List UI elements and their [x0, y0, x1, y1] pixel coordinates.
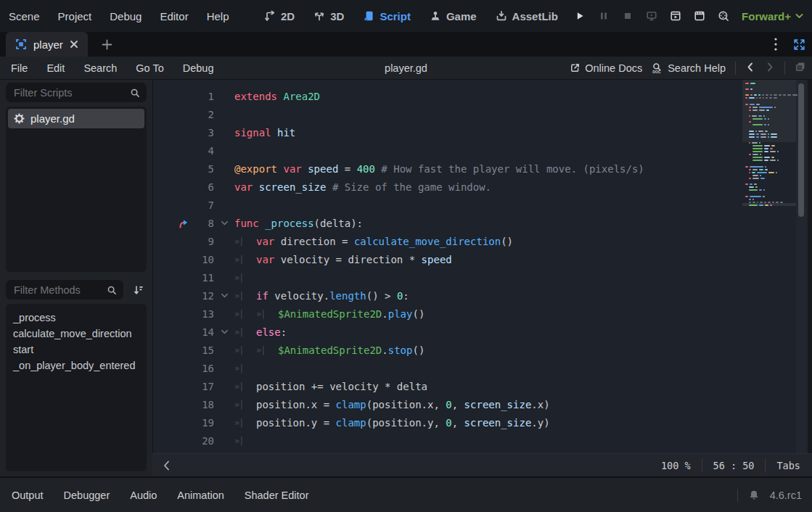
- code-line[interactable]: 11»|: [153, 268, 807, 286]
- code-line[interactable]: 14»|else:: [153, 323, 807, 341]
- code-line[interactable]: 3signal hit: [153, 123, 807, 141]
- history-forward-button[interactable]: [765, 62, 775, 75]
- breakpoint-gutter[interactable]: [153, 218, 194, 229]
- code-minimap[interactable]: [742, 81, 796, 207]
- code-line[interactable]: 9»|var direction = calculate_move_direct…: [153, 232, 807, 250]
- new-scene-tab-button[interactable]: [97, 32, 117, 57]
- online-docs-button[interactable]: Online Docs: [570, 62, 642, 74]
- method-item[interactable]: _on_player_body_entered: [13, 358, 139, 373]
- collapse-sidebar-button[interactable]: [158, 454, 174, 476]
- renderer-selector[interactable]: Forward+: [742, 0, 803, 32]
- bottom-panel-bar: Output Debugger Audio Animation Shader E…: [0, 476, 812, 512]
- code-line[interactable]: 7: [153, 196, 807, 214]
- external-link-icon: [570, 62, 581, 73]
- scene-tab-player[interactable]: player: [6, 32, 88, 57]
- current-script-title: player.gd: [385, 57, 427, 79]
- tab-indent-marker: »|: [234, 309, 256, 319]
- stop-button[interactable]: [621, 9, 634, 22]
- minimap-row: [742, 121, 796, 123]
- history-back-button[interactable]: [745, 62, 755, 75]
- tab-list-menu-button[interactable]: [768, 32, 784, 57]
- notifications-bell-icon[interactable]: [748, 490, 760, 501]
- play-scene-button[interactable]: [669, 9, 682, 22]
- code-line[interactable]: 16»|: [153, 359, 807, 377]
- line-number: 17: [194, 381, 214, 392]
- tab-game[interactable]: Game: [430, 10, 477, 22]
- tab-indent-marker: »|: [234, 345, 256, 355]
- method-item[interactable]: _process: [13, 310, 139, 326]
- code-line[interactable]: 2: [153, 105, 807, 123]
- menu-project[interactable]: Project: [58, 10, 92, 22]
- script-menu-debug[interactable]: Debug: [183, 62, 214, 74]
- script-menu-search[interactable]: Search: [83, 62, 117, 74]
- code-line[interactable]: 20»|: [153, 432, 807, 450]
- menu-debug[interactable]: Debug: [110, 10, 142, 22]
- method-item[interactable]: calculate_move_direction: [13, 326, 139, 342]
- code-line[interactable]: 13»|»|$AnimatedSprite2D.play(): [153, 305, 807, 323]
- script-menu-goto[interactable]: Go To: [136, 62, 163, 74]
- fold-gutter[interactable]: [214, 327, 234, 336]
- menu-scene[interactable]: Scene: [9, 10, 40, 22]
- code-line[interactable]: 4: [153, 141, 807, 160]
- tab-assetlib[interactable]: AssetLib: [496, 10, 558, 22]
- code-line[interactable]: 8func _process(delta):: [153, 214, 807, 232]
- play-custom-scene-button[interactable]: [693, 9, 706, 22]
- minimap-row: [742, 189, 796, 191]
- code-line[interactable]: 5@export var speed = 400 # How fast the …: [153, 160, 807, 178]
- filter-methods-box: [6, 280, 123, 300]
- pause-button[interactable]: [597, 9, 610, 22]
- code-editor[interactable]: 1extends Area2D23signal hit45@export var…: [152, 80, 807, 453]
- fold-chevron-icon[interactable]: [220, 291, 229, 300]
- code-text: »|»|$AnimatedSprite2D.stop(): [234, 344, 807, 356]
- script-menu-edit[interactable]: Edit: [46, 62, 65, 74]
- indent-type[interactable]: Tabs: [776, 460, 800, 471]
- filter-methods-input[interactable]: [12, 284, 107, 297]
- remote-debug-button[interactable]: [645, 9, 658, 22]
- menu-help[interactable]: Help: [207, 10, 229, 22]
- cursor-position[interactable]: 56 : 50: [713, 460, 755, 471]
- code-line[interactable]: 6var screen_size # Size of the game wind…: [153, 178, 807, 196]
- tab-indent-marker: »|: [234, 363, 256, 373]
- bottom-tab-shader-editor[interactable]: Shader Editor: [245, 490, 309, 501]
- code-line[interactable]: 17»|position += velocity * delta: [153, 377, 807, 395]
- bottom-tab-animation[interactable]: Animation: [177, 490, 223, 501]
- filter-scripts-input[interactable]: [12, 86, 130, 99]
- fold-gutter[interactable]: [214, 291, 234, 300]
- movie-maker-button[interactable]: [717, 9, 730, 22]
- tab-3d[interactable]: 3D: [313, 10, 344, 22]
- code-line[interactable]: 1extends Area2D: [153, 87, 807, 105]
- bottom-tab-audio[interactable]: Audio: [130, 490, 157, 501]
- fold-chevron-icon[interactable]: [220, 218, 229, 228]
- minimap-row: [742, 91, 796, 93]
- line-number: 10: [194, 254, 214, 265]
- code-line[interactable]: 12»|if velocity.length() > 0:: [153, 286, 807, 305]
- code-line[interactable]: 18»|position.x = clamp(position.x, 0, sc…: [153, 395, 807, 413]
- search-help-button[interactable]: DOC Search Help: [652, 62, 726, 74]
- tab-indent-marker: »|: [234, 236, 256, 247]
- bottom-tab-output[interactable]: Output: [12, 490, 44, 501]
- fold-gutter[interactable]: [214, 218, 234, 228]
- code-line[interactable]: 15»|»|$AnimatedSprite2D.stop(): [153, 341, 807, 359]
- toolbar-separator: [735, 62, 736, 75]
- tab-2d[interactable]: 2D: [264, 10, 295, 22]
- fold-chevron-icon[interactable]: [220, 327, 229, 336]
- play-button[interactable]: [573, 9, 586, 22]
- close-icon[interactable]: [70, 40, 78, 49]
- distraction-free-button[interactable]: [790, 32, 808, 57]
- minimap-cursor-line: [742, 203, 796, 206]
- method-override-icon[interactable]: [178, 218, 189, 229]
- make-floating-button[interactable]: [795, 61, 806, 75]
- code-line[interactable]: 10»|var velocity = direction * speed: [153, 250, 807, 268]
- scrollbar-grabber[interactable]: [798, 83, 804, 217]
- script-list-item-player[interactable]: player.gd: [8, 109, 144, 128]
- version-label[interactable]: 4.6.rc1: [770, 490, 802, 501]
- sort-methods-button[interactable]: [128, 280, 149, 300]
- code-line[interactable]: 19»|position.y = clamp(position.y, 0, sc…: [153, 413, 807, 432]
- code-scrollbar[interactable]: [796, 80, 806, 453]
- menu-editor[interactable]: Editor: [160, 10, 188, 22]
- script-menu-file[interactable]: File: [11, 62, 28, 74]
- tab-script[interactable]: Script: [363, 10, 411, 22]
- method-item[interactable]: start: [13, 342, 139, 358]
- zoom-level[interactable]: 100 %: [661, 460, 691, 471]
- bottom-tab-debugger[interactable]: Debugger: [64, 490, 110, 501]
